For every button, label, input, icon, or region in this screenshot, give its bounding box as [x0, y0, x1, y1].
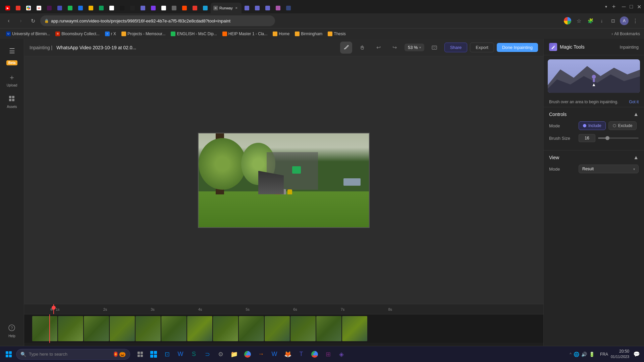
- done-inpainting-button[interactable]: Done Inpainting: [497, 43, 538, 52]
- taskbar-teams[interactable]: T: [295, 348, 307, 360]
- google-lens-button[interactable]: [563, 16, 572, 25]
- taskbar-ext-app[interactable]: ◈: [335, 348, 347, 360]
- taskbar-word2[interactable]: W: [268, 348, 280, 360]
- fit-to-screen-button[interactable]: [428, 42, 440, 54]
- exclude-mode-button[interactable]: Exclude: [608, 121, 637, 130]
- bookmark-star-button[interactable]: ☆: [574, 16, 584, 25]
- taskbar-settings[interactable]: ⚙: [215, 348, 227, 360]
- layout-button[interactable]: ⊡: [608, 16, 618, 25]
- tray-volume-icon[interactable]: 🔊: [581, 352, 587, 357]
- sidebar-assets[interactable]: Assets: [4, 93, 19, 111]
- tab-g3[interactable]: [159, 3, 169, 13]
- include-mode-button[interactable]: Include: [579, 121, 606, 130]
- sidebar-help[interactable]: ? Help: [6, 322, 18, 341]
- got-it-link[interactable]: Got it: [629, 100, 639, 104]
- brush-size-input[interactable]: 16: [579, 134, 595, 142]
- tab-pb2[interactable]: [190, 3, 200, 13]
- zoom-control[interactable]: 53 % ▾: [405, 44, 424, 51]
- share-button[interactable]: Share: [444, 43, 468, 52]
- start-button[interactable]: [3, 348, 15, 360]
- maximize-button[interactable]: □: [630, 4, 633, 10]
- taskbar-store[interactable]: ⊡: [161, 348, 173, 360]
- tab-mm4[interactable]: [263, 3, 273, 13]
- export-button[interactable]: Export: [470, 43, 494, 52]
- taskbar-chrome[interactable]: [241, 348, 254, 360]
- address-bar[interactable]: 🔒 app.runwayml.com/video-tools/projects/…: [40, 15, 275, 26]
- tab-tb[interactable]: [169, 3, 179, 13]
- minimize-button[interactable]: ─: [622, 4, 626, 10]
- tray-network-icon[interactable]: 🌐: [574, 352, 579, 357]
- taskbar-apps-icon[interactable]: [148, 348, 160, 360]
- tab-mm3[interactable]: [252, 3, 262, 13]
- tab-runway-active[interactable]: R Runway ✕: [211, 3, 241, 13]
- tab-ext3[interactable]: [283, 3, 293, 13]
- forward-button[interactable]: ›: [16, 16, 25, 25]
- chrome-menu-button[interactable]: ⋮: [631, 16, 640, 25]
- tab-drive[interactable]: [65, 3, 75, 13]
- bookmark-home[interactable]: Home: [271, 31, 291, 37]
- taskbar-task-view[interactable]: [134, 348, 146, 360]
- profile-avatar[interactable]: A: [620, 16, 629, 25]
- undo-button[interactable]: ↩: [372, 42, 384, 54]
- close-window-button[interactable]: ✕: [637, 4, 641, 10]
- reload-button[interactable]: ↻: [28, 16, 38, 25]
- tab-slides[interactable]: [86, 3, 96, 13]
- tab-sheets[interactable]: [96, 3, 106, 13]
- extension-puzzle-button[interactable]: 🧩: [586, 16, 595, 25]
- pencil-tool-button[interactable]: [340, 42, 352, 54]
- tab-slack[interactable]: [44, 3, 54, 13]
- brush-size-slider[interactable]: [598, 137, 639, 139]
- taskbar-search-bar[interactable]: 🔍 Type here to search 🏮🎃: [16, 349, 130, 360]
- new-tab-button[interactable]: +: [609, 2, 619, 11]
- bookmark-thesis[interactable]: Thesis: [326, 31, 347, 37]
- tab-sn[interactable]: [148, 3, 158, 13]
- timeline-track[interactable]: [24, 314, 543, 343]
- pan-tool-button[interactable]: [356, 42, 368, 54]
- tab-red[interactable]: [179, 3, 190, 13]
- taskbar-edge[interactable]: ⊃: [201, 348, 213, 360]
- tab-g2[interactable]: [107, 3, 117, 13]
- taskbar-files[interactable]: 📁: [228, 348, 240, 360]
- taskbar-firefox[interactable]: 🦊: [282, 348, 294, 360]
- tab-ext1[interactable]: [117, 3, 127, 13]
- tab-gmail[interactable]: M: [34, 3, 44, 13]
- tab-overflow-left[interactable]: ▾: [605, 4, 607, 9]
- tab-yt1[interactable]: ▶: [3, 3, 13, 13]
- tab-mm2[interactable]: [242, 3, 252, 13]
- sidebar-hamburger[interactable]: ☰: [6, 44, 18, 58]
- bookmark-university[interactable]: U University of Birmin...: [4, 31, 52, 37]
- bookmark-birmingham[interactable]: Birmingham: [293, 31, 324, 37]
- tab-close-btn[interactable]: ✕: [234, 6, 239, 10]
- taskbar-word[interactable]: W: [174, 348, 186, 360]
- view-mode-dropdown[interactable]: Result ▾: [579, 165, 639, 173]
- canvas-area[interactable]: [24, 56, 543, 304]
- download-button[interactable]: ↓: [597, 16, 606, 25]
- bookmark-english[interactable]: ENGLISH - MsC Dip...: [169, 31, 219, 37]
- tab-vb[interactable]: [200, 3, 210, 13]
- tab-ext2[interactable]: [273, 3, 283, 13]
- tray-arrow-icon[interactable]: ^: [570, 352, 572, 357]
- tab-mm[interactable]: [138, 3, 148, 13]
- bookmark-projects[interactable]: Projects - Memsour...: [119, 31, 167, 37]
- controls-collapse-button[interactable]: ▲: [633, 111, 639, 117]
- more-bookmarks[interactable]: › All Bookmarks: [611, 32, 640, 36]
- notification-button[interactable]: 💬: [632, 350, 641, 359]
- sidebar-upload[interactable]: + Upload: [4, 71, 20, 90]
- bookmark-rx[interactable]: r r X: [103, 31, 118, 37]
- taskbar-chrome2[interactable]: [309, 348, 321, 360]
- bookmark-bloomsbury[interactable]: B Bloomsbury Collect...: [53, 31, 101, 37]
- tab-bc[interactable]: [127, 3, 138, 13]
- tab-teams[interactable]: [55, 3, 65, 13]
- tab-docs1[interactable]: [75, 3, 86, 13]
- back-button[interactable]: ‹: [4, 16, 13, 25]
- tray-battery-icon[interactable]: 🔋: [589, 352, 595, 357]
- taskbar-sway[interactable]: S: [188, 348, 200, 360]
- tab-pb[interactable]: [13, 3, 23, 13]
- view-collapse-button[interactable]: ▲: [633, 155, 639, 161]
- taskbar-arrow[interactable]: →: [255, 348, 267, 360]
- tab-overflow-arrows[interactable]: ▾: [604, 4, 608, 9]
- redo-button[interactable]: ↪: [388, 42, 400, 54]
- tab-g1[interactable]: [23, 3, 34, 13]
- bookmark-heip[interactable]: HEIP Master 1 - Cla...: [220, 31, 269, 37]
- taskbar-powerapps[interactable]: ⊞: [322, 348, 334, 360]
